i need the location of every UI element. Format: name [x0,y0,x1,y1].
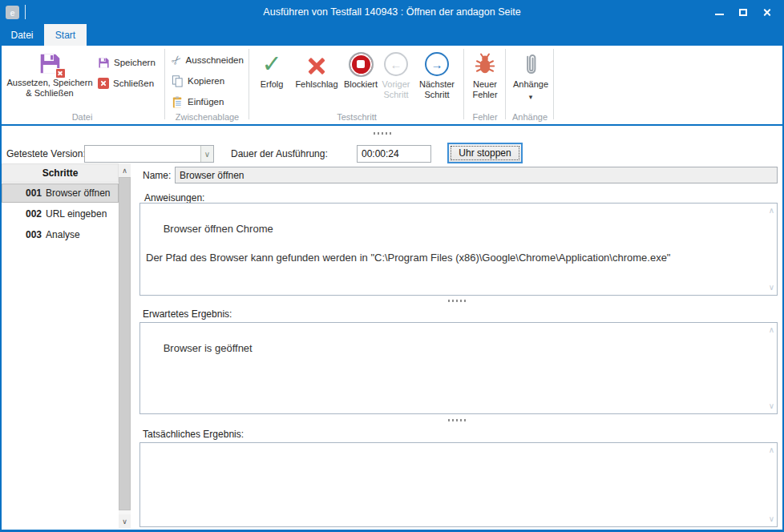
failure-button[interactable]: Fehlschlag [290,49,343,90]
window-controls [707,0,779,24]
instructions-field[interactable]: Browser öffnen Chrome Der Pfad des Brows… [139,203,778,296]
cut-label: Ausschneiden [186,55,244,65]
ribbon-separator [505,49,506,119]
step-label: Browser öffnen [46,187,111,199]
scroll-up-icon[interactable]: ∧ [119,163,131,177]
suspend-save-close-button[interactable]: Aussetzen, Speichern & Schließen [6,49,93,99]
maximize-button[interactable] [731,0,755,24]
scroll-down-icon[interactable]: ∨ [769,515,774,523]
close-button[interactable] [755,0,779,24]
group-label-fehler: Fehler [465,112,505,122]
duration-field[interactable]: 00:00:24 [357,145,431,163]
app-window: e Ausführen von Testfall 140943 : Öffnen… [0,0,784,532]
blocked-button[interactable]: Blockiert [343,49,378,90]
scrollbar-thumb[interactable] [119,177,131,510]
save-button[interactable]: Speichern [98,55,156,70]
scroll-up-icon[interactable]: ∧ [769,446,774,454]
group-label-testschritt: Testschritt [250,112,463,122]
expected-result-text: Browser is geöffnet [164,342,253,354]
cut-button[interactable]: ✂ Ausschneiden [172,53,244,67]
window-border [0,0,2,532]
suspend-save-close-label-2: & Schließen [26,88,73,99]
minimize-icon [715,14,724,15]
next-step-button[interactable]: → Nächster Schritt [414,49,460,100]
group-label-datei: Datei [0,112,164,122]
attachments-label: Anhänge [513,79,548,90]
scroll-down-icon[interactable]: ∨ [119,514,131,528]
paperclip-icon [522,49,540,79]
tab-start[interactable]: Start [44,24,87,46]
execution-toolbar: Getestete Version: ∨ Dauer der Ausführun… [0,127,784,163]
failure-label: Fehlschlag [295,79,337,90]
scroll-up-icon[interactable]: ∧ [769,326,774,334]
splitter-grip-icon[interactable] [448,419,467,421]
ribbon-separator [553,49,554,119]
minimize-button[interactable] [707,0,731,24]
actual-result-label: Tatsächliches Ergebnis: [143,429,244,440]
tested-version-label: Getestete Version: [6,148,86,159]
steps-scrollbar[interactable]: ∧ ∨ [119,163,131,528]
floppy-disk-close-icon [38,49,63,78]
stop-clock-button[interactable]: Uhr stoppen [447,143,523,163]
success-button[interactable]: ✓ Erfolg [253,49,290,90]
scroll-down-icon[interactable]: ∨ [769,402,774,410]
attachments-button[interactable]: Anhänge ▾ [508,49,553,101]
step-number: 002 [26,208,42,220]
paste-button[interactable]: Einfügen [172,95,224,109]
dropdown-arrow-icon: ▾ [529,94,533,101]
step-label: URL eingeben [46,208,107,220]
ribbon: Aussetzen, Speichern & Schließen Speiche… [0,46,784,126]
paste-label: Einfügen [188,97,224,107]
scroll-up-icon[interactable]: ∧ [769,207,774,215]
stop-circle-icon [349,49,374,79]
maximize-icon [739,9,747,16]
combobox-arrow-icon[interactable]: ∨ [200,146,213,162]
success-label: Erfolg [261,79,284,90]
close-label: Schließen [113,79,154,88]
app-icon[interactable]: e [6,6,19,19]
duration-label: Dauer der Ausführung: [231,148,328,159]
step-item-002[interactable]: 002 URL eingeben [2,204,119,224]
arrow-right-circle-icon: → [425,49,449,79]
previous-step-button[interactable]: ← Voriger Schritt [378,49,414,100]
scissors-icon: ✂ [168,51,185,69]
step-item-003[interactable]: 003 Analyse [2,225,119,244]
ribbon-tab-row: Datei Start [0,24,784,46]
expected-result-field[interactable]: Browser is geöffnet ∧ ∨ [139,322,778,414]
new-error-button[interactable]: Neuer Fehler [467,49,503,100]
ribbon-separator [249,49,249,119]
bug-icon [473,49,497,79]
save-label: Speichern [114,58,156,67]
actual-result-field[interactable]: ∧ ∨ [139,442,778,527]
splitter-grip-icon[interactable] [374,132,392,135]
title-bar: e Ausführen von Testfall 140943 : Öffnen… [0,0,784,24]
tab-datei[interactable]: Datei [0,24,44,46]
step-item-001[interactable]: 001 Browser öffnen [2,183,119,203]
name-label: Name: [143,170,171,181]
step-detail-panel: Name: Browser öffnen Anweisungen: Browse… [138,163,779,529]
clipboard-paste-icon [172,96,184,108]
ribbon-separator [164,49,165,119]
close-ribbon-button[interactable]: Schließen [98,76,154,91]
arrow-left-circle-icon: ← [384,49,408,79]
new-error-label-1: Neuer [473,79,497,90]
expected-result-label: Erwartetes Ergebnis: [143,308,232,320]
floppy-disk-icon [98,57,110,69]
steps-panel: Schritte 001 Browser öffnen 002 URL eing… [2,163,131,528]
scroll-down-icon[interactable]: ∨ [769,284,774,292]
blocked-label: Blockiert [344,79,378,90]
tested-version-combobox[interactable]: ∨ [84,145,214,163]
copy-button[interactable]: Kopieren [172,74,224,88]
title-separator [25,5,26,19]
step-number: 003 [26,229,42,240]
splitter-grip-icon[interactable] [448,300,467,302]
previous-step-label-1: Voriger [382,79,410,90]
close-icon [763,8,772,17]
name-field[interactable]: Browser öffnen [175,167,778,183]
new-error-label-2: Fehler [472,90,497,100]
window-title: Ausführen von Testfall 140943 : Öffnen d… [0,6,784,18]
suspend-save-close-label-1: Aussetzen, Speichern [6,78,92,88]
copy-label: Kopieren [188,76,224,86]
previous-step-label-2: Schritt [383,90,408,100]
check-icon: ✓ [261,49,281,79]
